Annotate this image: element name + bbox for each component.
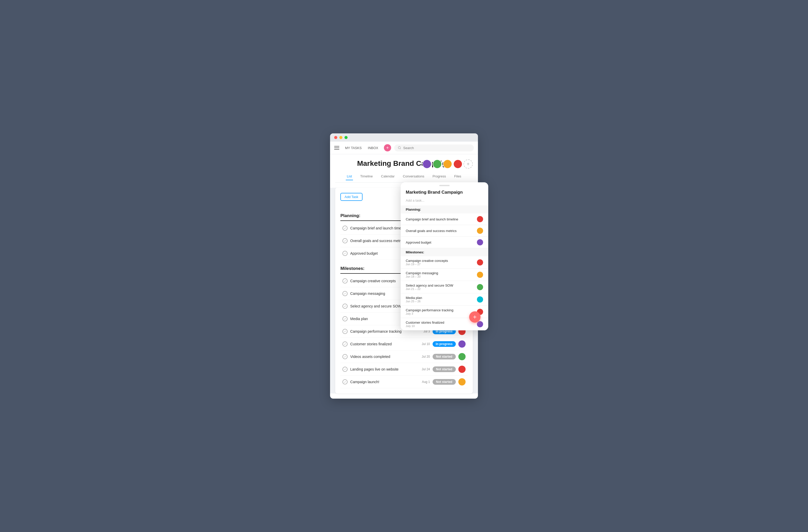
task-name: Select agency and secure SOW	[350, 304, 407, 308]
task-check[interactable]: ✓	[343, 238, 348, 243]
tab-list[interactable]: List	[346, 173, 353, 180]
task-name: Customer stories finalized	[350, 342, 407, 346]
tab-progress[interactable]: Progress	[431, 173, 447, 180]
list-item[interactable]: Campaign brief and launch timeline	[401, 213, 488, 225]
table-row[interactable]: ✓ Customer stories finalized Jul 10 In p…	[341, 338, 467, 350]
titlebar	[330, 133, 478, 141]
status-badge: In progress	[433, 341, 456, 347]
project-header: Marketing Brand Campaign + List Timeline…	[330, 154, 478, 183]
side-task-date: Jun 19 – 27	[406, 263, 477, 266]
list-item[interactable]: Campaign messaging Jun 18 – 20	[401, 269, 488, 281]
side-avatar	[477, 297, 483, 303]
task-check[interactable]: ✓	[343, 379, 348, 384]
svg-point-0	[398, 147, 401, 149]
task-date: Aug 1	[409, 380, 430, 384]
avatar-2	[433, 159, 442, 169]
avatar-1	[422, 159, 431, 169]
task-check[interactable]: ✓	[343, 226, 348, 231]
search-icon	[398, 146, 401, 150]
tab-calendar[interactable]: Calendar	[380, 173, 396, 180]
avatar-3	[443, 159, 452, 169]
side-avatar	[477, 228, 483, 234]
side-task-name: Campaign messaging	[406, 271, 477, 275]
task-check[interactable]: ✓	[343, 329, 348, 334]
search-input[interactable]	[403, 146, 470, 150]
task-name: Videos assets completed	[350, 355, 407, 359]
side-avatar	[477, 284, 483, 290]
task-check[interactable]: ✓	[343, 316, 348, 321]
task-name: Overall goals and success metrics	[350, 239, 407, 243]
side-task-date: Jun 21 – 22	[406, 287, 477, 290]
table-row[interactable]: ✓ Videos assets completed Jul 20 Not sta…	[341, 350, 467, 363]
side-task-left: Customer stories finalized July 10	[406, 321, 477, 327]
task-check[interactable]: ✓	[343, 354, 348, 359]
side-task-left: Campaign brief and launch timeline	[406, 217, 477, 221]
status-badge: Not started	[433, 379, 456, 385]
task-date: Jul 24	[409, 367, 430, 371]
task-check[interactable]: ✓	[343, 367, 348, 372]
status-badge: Not started	[433, 354, 456, 360]
task-check[interactable]: ✓	[343, 291, 348, 296]
side-avatar	[477, 216, 483, 222]
minimize-dot[interactable]	[339, 136, 343, 139]
task-check[interactable]: ✓	[343, 251, 348, 256]
side-section-planning: Planning:	[401, 206, 488, 213]
avatar	[458, 378, 465, 385]
avatar-4	[453, 159, 462, 169]
inbox-link[interactable]: INBOX	[365, 145, 381, 151]
tab-conversations[interactable]: Conversations	[402, 173, 425, 180]
side-avatar	[477, 259, 483, 265]
side-task-name: Campaign performance tracking	[406, 308, 477, 312]
list-item[interactable]: Approved budget	[401, 236, 488, 248]
task-name: Approved budget	[350, 251, 407, 255]
avatar	[458, 366, 465, 373]
maximize-dot[interactable]	[345, 136, 348, 139]
task-check[interactable]: ✓	[343, 278, 348, 284]
tab-files[interactable]: Files	[453, 173, 462, 180]
add-button[interactable]: +	[384, 144, 391, 151]
task-name: Campaign messaging	[350, 291, 407, 296]
table-row[interactable]: ✓ Landing pages live on website Jul 24 N…	[341, 363, 467, 376]
side-task-left: Media plan Jun 25 – 26	[406, 296, 477, 303]
side-task-name: Customer stories finalized	[406, 321, 477, 324]
tab-timeline[interactable]: Timeline	[359, 173, 374, 180]
task-name: Campaign creative concepts	[350, 279, 407, 283]
drag-handle	[439, 185, 449, 186]
menu-icon[interactable]	[334, 146, 339, 150]
task-check[interactable]: ✓	[343, 304, 348, 309]
side-task-left: Campaign messaging Jun 18 – 20	[406, 271, 477, 278]
side-task-name: Campaign brief and launch timeline	[406, 217, 477, 221]
list-item[interactable]: Campaign creative concepts Jun 19 – 27	[401, 256, 488, 269]
table-row[interactable]: ✓ Campaign launch! Aug 1 Not started	[341, 376, 467, 388]
side-section-milestones: Milestones:	[401, 248, 488, 256]
avatar	[458, 353, 465, 360]
side-task-name: Approved budget	[406, 241, 477, 244]
close-dot[interactable]	[334, 136, 337, 139]
side-panel-title: Marketing Brand Campaign	[401, 189, 488, 197]
nav-links: MY TASKS INBOX	[343, 145, 381, 151]
side-task-name: Overall goals and success metrics	[406, 229, 477, 233]
task-check[interactable]: ✓	[343, 341, 348, 347]
side-task-date: Jun 25 – 26	[406, 300, 477, 303]
task-name: Media plan	[350, 317, 407, 321]
search-bar	[394, 145, 474, 151]
side-task-left: Campaign performance tracking July 3	[406, 308, 477, 315]
side-avatar	[477, 321, 483, 327]
side-task-left: Select agency and secure SOW Jun 21 – 22	[406, 284, 477, 290]
side-avatar	[477, 239, 483, 245]
side-task-name: Campaign creative concepts	[406, 259, 477, 263]
list-item[interactable]: Select agency and secure SOW Jun 21 – 22	[401, 281, 488, 293]
list-item[interactable]: Overall goals and success metrics	[401, 225, 488, 236]
add-task-button[interactable]: Add Task	[341, 193, 362, 201]
my-tasks-link[interactable]: MY TASKS	[343, 145, 364, 151]
avatar	[458, 340, 465, 348]
add-member-button[interactable]: +	[463, 159, 473, 169]
side-task-date: July 10	[406, 324, 477, 327]
list-item[interactable]: Media plan Jun 25 – 26	[401, 293, 488, 306]
task-date: Jul 10	[409, 342, 430, 346]
side-panel-wrapper: Marketing Brand Campaign Add a task... P…	[401, 182, 488, 330]
side-panel-add-task[interactable]: Add a task...	[401, 197, 488, 206]
status-badge: Not started	[433, 366, 456, 372]
fab-button[interactable]: +	[469, 311, 480, 323]
project-tabs: List Timeline Calendar Conversations Pro…	[335, 171, 473, 183]
